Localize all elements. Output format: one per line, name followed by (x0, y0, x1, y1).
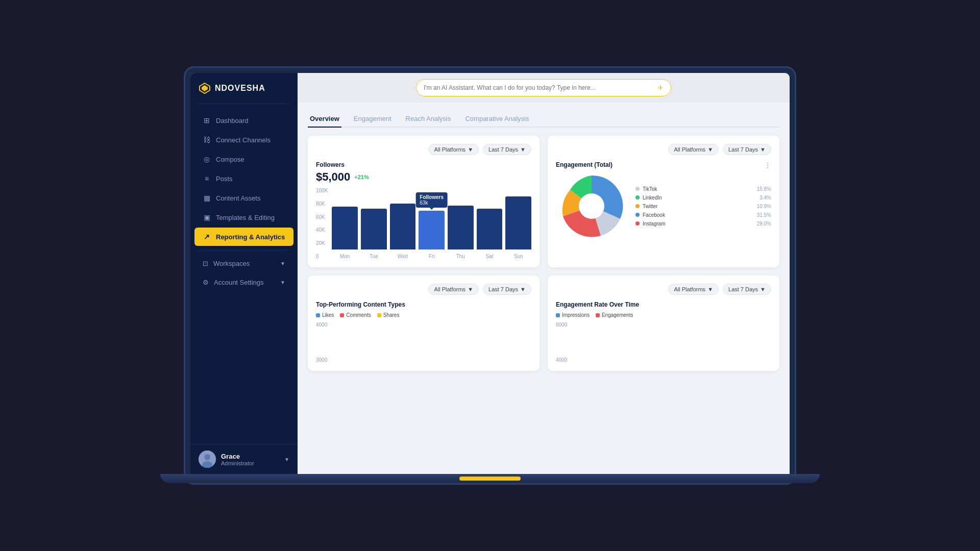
sidebar-nav: ⊞ Dashboard ⛓ Connect Channels ◎ Compose… (190, 104, 298, 444)
followers-chart-card: All Platforms ▼ Last 7 Days ▼ Followers … (308, 136, 540, 267)
legend-linkedin: LinkedIn 3.4% (635, 195, 771, 201)
eng-rate-legend: Impressions Engagements (556, 312, 771, 318)
pie-legend: TikTok 15.8% LinkedIn 3.4% (635, 186, 771, 227)
top-content-controls: All Platforms ▼ Last 7 Days ▼ (316, 284, 531, 295)
followers-change: +21% (354, 174, 369, 180)
account-chevron: ▼ (280, 280, 285, 285)
grouped-bars (331, 322, 357, 363)
content-icon: ▦ (203, 194, 211, 202)
followers-days-dropdown[interactable]: Last 7 Days ▼ (483, 144, 531, 155)
user-section[interactable]: Grace Administrator ▼ (190, 444, 298, 474)
sidebar-item-templates[interactable]: ▣ Templates & Editing (194, 208, 293, 227)
sidebar-item-reporting[interactable]: ↗ Reporting & Analytics (194, 228, 293, 246)
sidebar-item-account-settings[interactable]: ⚙ Account Settings ▼ (194, 273, 293, 291)
legend-shares: Shares (377, 312, 400, 318)
svg-marker-1 (202, 85, 208, 91)
bar-chart-area: Mon Tue Wed (332, 188, 531, 259)
ai-search-bar[interactable]: ✈ (416, 79, 671, 96)
legend-comments: Comments (340, 312, 371, 318)
eng-rate-controls: All Platforms ▼ Last 7 Days ▼ (556, 284, 771, 295)
sidebar-item-workspaces[interactable]: ⊡ Workspaces ▼ (194, 255, 293, 272)
tab-comparative[interactable]: Comparative Analysis (463, 111, 531, 128)
top-content-legend: Likes Comments Shares (316, 312, 531, 318)
sidebar-label-account: Account Settings (214, 279, 264, 286)
eng-rate-chart-body: 6000 4000 (556, 322, 771, 363)
eng-bar-group-2 (581, 332, 582, 363)
eng-bar-group-3 (589, 330, 590, 363)
engagement-chart-card: All Platforms ▼ Last 7 Days ▼ Engagement… (548, 136, 779, 267)
laptop-screen: NDOVESHA ⊞ Dashboard ⛓ Connect Channels … (190, 73, 790, 474)
engagement-days-dropdown[interactable]: Last 7 Days ▼ (723, 144, 771, 155)
sidebar-label-connect: Connect Channels (216, 136, 271, 144)
top-content-title: Top-Performing Content Types (316, 301, 531, 308)
svg-point-3 (204, 454, 210, 460)
tab-reach-analysis[interactable]: Reach Analysis (404, 111, 453, 128)
analytics-tabs: Overview Engagement Reach Analysis Compa… (308, 111, 779, 128)
top-content-y-axis: 4000 3000 (316, 322, 329, 363)
legend-instagram: Instagram 29.0% (635, 221, 771, 227)
bar-group-2 (342, 326, 346, 363)
eng-rate-days-dropdown[interactable]: Last 7 Days ▼ (723, 284, 771, 295)
top-content-platform-dropdown[interactable]: All Platforms ▼ (428, 284, 479, 295)
bar-wed (390, 204, 416, 249)
top-content-days-dropdown[interactable]: Last 7 Days ▼ (483, 284, 531, 295)
svg-point-5 (579, 193, 604, 219)
user-avatar (199, 450, 216, 468)
engagement-controls: All Platforms ▼ Last 7 Days ▼ (556, 144, 771, 155)
charts-grid: All Platforms ▼ Last 7 Days ▼ Followers … (308, 136, 779, 371)
tab-overview[interactable]: Overview (308, 111, 341, 128)
eng-bar-group-4 (596, 327, 598, 363)
legend-engagements: Engagements (596, 312, 633, 318)
sidebar-label-templates: Templates & Editing (216, 214, 275, 221)
engagement-platform-dropdown[interactable]: All Platforms ▼ (668, 144, 719, 155)
top-content-chart-card: All Platforms ▼ Last 7 Days ▼ Top-Perfor… (308, 276, 540, 371)
workspaces-chevron: ▼ (280, 261, 285, 266)
user-chevron-icon: ▼ (284, 457, 289, 462)
sidebar-item-connect-channels[interactable]: ⛓ Connect Channels (194, 131, 293, 149)
ai-search-input[interactable] (424, 84, 653, 91)
eng-rate-platform-dropdown[interactable]: All Platforms ▼ (668, 284, 719, 295)
bar-fri: Followers 63k (419, 211, 445, 249)
bar-sat (477, 209, 503, 249)
followers-count: $5,000 +21% (316, 170, 531, 184)
main-content: ✈ Overview Engagement Reach Analysis Com… (298, 73, 790, 474)
sidebar-label-compose: Compose (216, 156, 244, 163)
logo-icon (199, 82, 211, 94)
user-role: Administrator (221, 460, 279, 466)
ai-send-icon[interactable]: ✈ (657, 84, 664, 92)
laptop-frame: NDOVESHA ⊞ Dashboard ⛓ Connect Channels … (184, 66, 796, 485)
account-settings-icon: ⚙ (203, 279, 209, 286)
compose-icon: ◎ (203, 155, 211, 163)
user-name: Grace (221, 453, 279, 460)
tab-engagement[interactable]: Engagement (352, 111, 394, 128)
followers-chart-title: Followers (316, 161, 531, 168)
sidebar-item-compose[interactable]: ◎ Compose (194, 150, 293, 168)
bar-col-sun: Sun (505, 196, 531, 259)
brand-name: NDOVESHA (215, 84, 265, 93)
posts-icon: ≡ (203, 174, 211, 183)
legend-tiktok: TikTok 15.8% (635, 186, 771, 192)
sidebar-logo: NDOVESHA (190, 73, 298, 104)
more-options-icon[interactable]: ⋮ (764, 161, 771, 169)
sidebar-label-posts: Posts (216, 175, 233, 183)
laptop-notch (459, 477, 521, 481)
workspaces-icon: ⊡ (203, 260, 208, 267)
content-area: Overview Engagement Reach Analysis Compa… (298, 103, 790, 474)
templates-icon: ▣ (203, 213, 211, 221)
pie-chart (556, 170, 627, 242)
y-axis: 100K 80K 60K 40K 20K 0 (316, 188, 330, 259)
bar-col-sat: Sat (477, 209, 503, 259)
sidebar-item-dashboard[interactable]: ⊞ Dashboard (194, 111, 293, 130)
eng-rate-bars (571, 322, 600, 363)
legend-likes: Likes (316, 312, 334, 318)
top-content-chart-body: 4000 3000 (316, 322, 531, 363)
laptop-base (160, 474, 819, 483)
followers-platform-dropdown[interactable]: All Platforms ▼ (428, 144, 479, 155)
connect-icon: ⛓ (203, 136, 211, 144)
dashboard-icon: ⊞ (203, 116, 211, 124)
engagement-chart-title: Engagement (Total) (556, 161, 771, 168)
sidebar-item-posts[interactable]: ≡ Posts (194, 169, 293, 188)
sidebar-item-content-assets[interactable]: ▦ Content Assets (194, 189, 293, 207)
eng-bar-group-1 (573, 335, 575, 363)
bar-col-thu: Thu (448, 206, 474, 259)
